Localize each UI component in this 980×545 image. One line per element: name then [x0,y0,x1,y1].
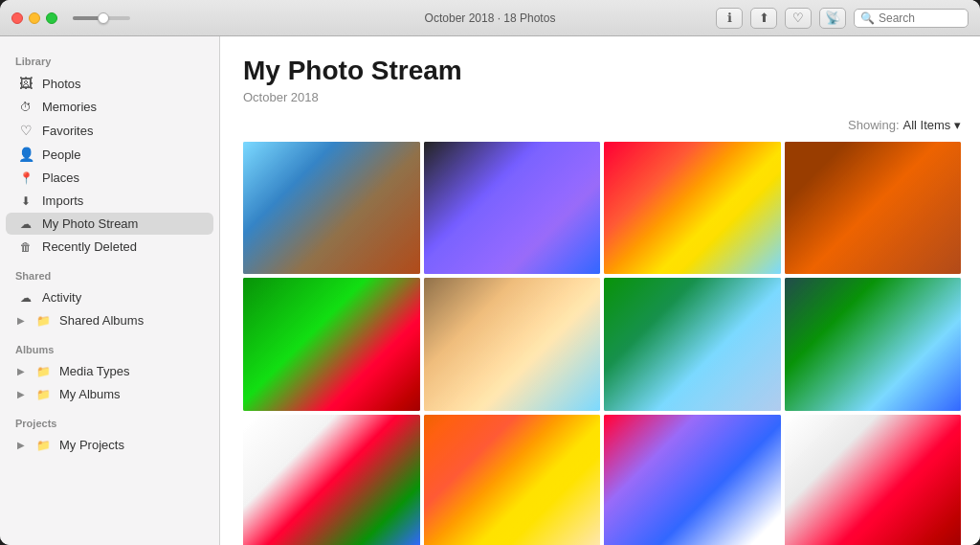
sidebar-item-label: Activity [42,290,81,305]
photo-item[interactable] [243,142,420,274]
library-section-label: Library [0,44,219,71]
photo-item[interactable] [424,142,601,274]
sidebar-item-label: Imports [42,193,83,208]
photo-item[interactable] [424,415,601,545]
titlebar-actions: ℹ ⬆ ♡ 📡 🔍 [716,8,969,29]
activity-icon: ☁ [17,291,34,305]
sidebar-item-my-projects[interactable]: ▶ 📁 My Projects [6,434,213,456]
showing-dropdown[interactable]: All Items ▾ [903,118,961,132]
sidebar-item-imports[interactable]: ⬇ Imports [6,190,213,212]
sidebar-item-label: My Albums [59,387,121,401]
expand-arrow-icon: ▶ [17,389,25,399]
zoom-slider[interactable] [73,16,130,20]
sidebar-item-places[interactable]: 📍 Places [6,167,213,189]
sidebar: Library 🖼 Photos ⏱ Memories ♡ Favorites … [0,36,220,545]
photo-grid [243,142,961,545]
photo-item[interactable] [604,415,781,545]
albums-section-label: Albums [0,332,219,359]
sidebar-item-label: My Photo Stream [42,216,138,231]
places-icon: 📍 [17,171,34,185]
shared-albums-icon: 📁 [34,314,52,328]
shared-section-label: Shared [0,259,219,285]
photo-item[interactable] [785,415,962,545]
expand-arrow-icon: ▶ [17,440,25,450]
my-projects-icon: 📁 [34,439,52,452]
sidebar-item-label: Media Types [59,364,129,378]
search-input[interactable] [879,11,965,25]
photo-item[interactable] [243,415,420,545]
expand-arrow-icon: ▶ [17,315,25,326]
photo-item[interactable] [604,142,781,274]
main-layout: Library 🖼 Photos ⏱ Memories ♡ Favorites … [0,36,980,545]
sidebar-item-recently-deleted[interactable]: 🗑 Recently Deleted [6,236,213,258]
sidebar-item-label: My Projects [59,438,124,452]
favorites-icon: ♡ [17,123,34,138]
heart-button[interactable]: ♡ [785,8,812,29]
sidebar-item-people[interactable]: 👤 People [6,143,213,166]
sidebar-item-label: Photos [42,77,80,91]
trash-icon: 🗑 [17,240,34,254]
sidebar-item-shared-albums[interactable]: ▶ 📁 Shared Albums [6,309,213,331]
maximize-button[interactable] [46,12,57,24]
chevron-down-icon: ▾ [954,118,961,132]
sidebar-item-media-types[interactable]: ▶ 📁 Media Types [6,360,213,382]
showing-label: Showing: [848,118,899,132]
my-albums-icon: 📁 [34,388,52,401]
photos-icon: 🖼 [17,76,34,91]
sidebar-item-photo-stream[interactable]: ☁ My Photo Stream [6,213,213,235]
content-area: My Photo Stream October 2018 Showing: Al… [220,36,980,545]
share-button[interactable]: ⬆ [750,8,777,29]
photo-stream-icon: ☁ [17,217,34,231]
projects-section-label: Projects [0,406,219,433]
photo-item[interactable] [243,278,420,410]
search-icon: 🔍 [860,11,875,25]
app-window: October 2018 · 18 Photos ℹ ⬆ ♡ 📡 🔍 Libra… [0,0,980,545]
media-types-icon: 📁 [34,365,52,378]
expand-arrow-icon: ▶ [17,366,25,376]
sidebar-item-label: Favorites [42,124,93,138]
traffic-lights [11,12,57,24]
sidebar-item-label: People [42,148,80,162]
sidebar-item-photos[interactable]: 🖼 Photos [6,72,213,95]
close-button[interactable] [11,12,23,24]
airdrop-button[interactable]: 📡 [819,8,846,29]
memories-icon: ⏱ [17,101,34,114]
photo-item[interactable] [604,278,781,410]
sidebar-item-label: Shared Albums [59,313,144,328]
minimize-button[interactable] [29,12,40,24]
sidebar-item-my-albums[interactable]: ▶ 📁 My Albums [6,383,213,405]
photo-item[interactable] [424,278,601,410]
titlebar-title: October 2018 · 18 Photos [425,11,556,25]
sidebar-item-activity[interactable]: ☁ Activity [6,286,213,308]
search-box[interactable]: 🔍 [854,9,969,28]
content-subtitle: October 2018 [243,90,961,104]
sidebar-item-favorites[interactable]: ♡ Favorites [6,119,213,142]
photo-item[interactable] [785,278,962,410]
page-title: My Photo Stream [243,56,961,86]
people-icon: 👤 [17,147,34,162]
sidebar-item-label: Places [42,170,79,185]
sidebar-item-memories[interactable]: ⏱ Memories [6,96,213,118]
sidebar-item-label: Memories [42,100,97,114]
info-button[interactable]: ℹ [716,8,743,29]
photo-item[interactable] [785,142,962,274]
imports-icon: ⬇ [17,194,34,208]
titlebar: October 2018 · 18 Photos ℹ ⬆ ♡ 📡 🔍 [0,0,980,36]
sidebar-item-label: Recently Deleted [42,239,137,254]
showing-bar: Showing: All Items ▾ [243,118,961,132]
